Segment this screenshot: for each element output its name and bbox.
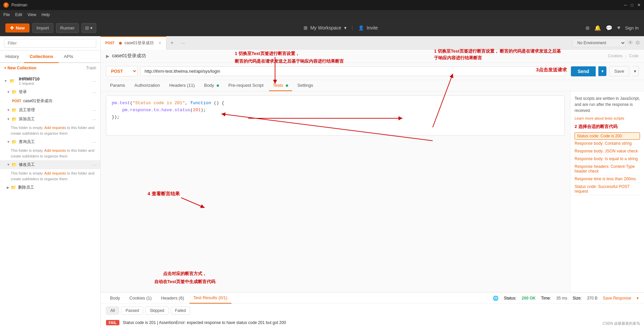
tab-more-button[interactable]: ··· bbox=[177, 40, 188, 46]
tab-apis[interactable]: APIs bbox=[59, 51, 78, 63]
menu-edit[interactable]: Edit bbox=[15, 12, 22, 17]
menu-view[interactable]: View bbox=[28, 12, 36, 17]
runner-button[interactable]: Runner bbox=[56, 23, 79, 33]
folder-chaxun[interactable]: ▼ 📁 查询员工 ··· bbox=[0, 137, 100, 146]
new-button[interactable]: ✚ New bbox=[5, 23, 30, 32]
new-collection-button[interactable]: + New Collection bbox=[4, 66, 36, 70]
save-button[interactable]: Save bbox=[609, 66, 629, 76]
tab-close-icon[interactable]: ✕ bbox=[158, 41, 161, 45]
minimize-button[interactable]: ─ bbox=[624, 3, 627, 7]
tab-method-badge: POST bbox=[105, 41, 114, 45]
resp-tab-headers[interactable]: Headers (6) bbox=[157, 293, 188, 303]
folder-tianjia[interactable]: ▼ 📁 添加员工 ··· bbox=[0, 115, 100, 124]
snippet-body-json[interactable]: Response body: JSON value check bbox=[575, 147, 640, 155]
tab-dot bbox=[119, 42, 122, 45]
send-arrow-button[interactable]: ▾ bbox=[598, 66, 606, 76]
filter-input[interactable] bbox=[4, 39, 96, 48]
folder-xiugai-label: 修改员工 bbox=[19, 162, 35, 168]
tab-headers[interactable]: Headers (11) bbox=[165, 80, 199, 91]
tab-body[interactable]: Body bbox=[200, 80, 223, 91]
invite-icon: 👤 bbox=[358, 25, 364, 30]
expand-icon[interactable]: ▶ bbox=[106, 54, 109, 59]
environment-select[interactable]: No Environment bbox=[572, 39, 626, 47]
send-button[interactable]: Send bbox=[571, 66, 596, 76]
tab-prerequest[interactable]: Pre-request Script bbox=[224, 80, 268, 91]
menu-help[interactable]: Help bbox=[42, 12, 50, 17]
maximize-button[interactable]: □ bbox=[631, 3, 633, 7]
response-status-bar: 🌐 Status: 200 OK Time: 35 ms Size: 370 B… bbox=[493, 296, 639, 301]
tab-authorization[interactable]: Authorization bbox=[130, 80, 164, 91]
snippet-post-request[interactable]: Status code: Successful POST request bbox=[575, 183, 640, 195]
cookies-label[interactable]: Cookies bbox=[608, 54, 623, 58]
bell-icon[interactable]: 🔔 bbox=[594, 25, 601, 31]
snippet-response-time[interactable]: Response time is less than 200ms bbox=[575, 175, 640, 183]
split-panel: pm.test("Status code is 201", function (… bbox=[101, 91, 644, 292]
code-label[interactable]: Code bbox=[629, 54, 639, 58]
request-case01[interactable]: POST case01登录成功 bbox=[0, 96, 100, 106]
folder-shanchu[interactable]: ▶ 📁 删除员工 bbox=[0, 183, 100, 192]
url-input[interactable] bbox=[140, 66, 566, 76]
editor-panel: pm.test("Status code is 201", function (… bbox=[101, 91, 570, 292]
filter-skipped[interactable]: Skipped bbox=[145, 307, 168, 315]
folder-more-icon[interactable]: ··· bbox=[92, 162, 96, 168]
snippet-body-equal[interactable]: Response body: Is equal to a string bbox=[575, 155, 640, 163]
tab-bar: POST case01登录成功 ✕ + ··· No Environment 👁… bbox=[101, 36, 644, 50]
tab-params[interactable]: Params bbox=[106, 80, 129, 91]
add-requests-link2[interactable]: Add requests bbox=[44, 148, 66, 152]
main-layout: History Collections APIs + New Collectio… bbox=[0, 36, 644, 328]
folder-more-icon[interactable]: ··· bbox=[92, 139, 96, 145]
learn-more-link[interactable]: Learn more about tests scripts bbox=[575, 116, 640, 120]
snippet-header-content-type[interactable]: Response headers: Content-Type header ch… bbox=[575, 163, 640, 175]
app-icon: P bbox=[3, 2, 9, 8]
tab-tests[interactable]: Tests bbox=[269, 80, 292, 91]
folder-icon: 📁 bbox=[11, 162, 17, 167]
method-select[interactable]: POST GET PUT DELETE bbox=[106, 66, 138, 76]
add-requests-link3[interactable]: Add requests bbox=[44, 171, 66, 175]
save-arrow-button[interactable]: ▾ bbox=[632, 66, 639, 76]
resp-tab-cookies[interactable]: Cookies (1) bbox=[125, 293, 156, 303]
tab-label: case01登录成功 bbox=[124, 40, 154, 46]
tab-history[interactable]: History bbox=[0, 51, 24, 63]
settings-icon[interactable]: ⚙ bbox=[635, 40, 640, 46]
save-response-arrow[interactable]: ▾ bbox=[637, 296, 639, 301]
save-response-button[interactable]: Save Response bbox=[603, 296, 631, 301]
collection-more-icon[interactable]: ··· bbox=[92, 78, 96, 84]
resp-tab-body[interactable]: Body bbox=[106, 293, 124, 303]
collection-ihrm0710[interactable]: ▼ 📁 IHRM0710 1 request ··· bbox=[0, 74, 100, 87]
tab-collections[interactable]: Collections bbox=[24, 51, 58, 63]
filter-passed[interactable]: Passed bbox=[121, 307, 143, 315]
filter-all[interactable]: All bbox=[106, 307, 119, 315]
folder-more-icon[interactable]: ··· bbox=[92, 108, 96, 113]
collection-icon: 📁 bbox=[9, 78, 15, 83]
menu-file[interactable]: File bbox=[3, 12, 10, 17]
heart-icon[interactable]: ♥ bbox=[617, 25, 621, 31]
invite-label[interactable]: Invite bbox=[367, 25, 378, 30]
snippet-status-200[interactable]: Status code: Code is 200 bbox=[575, 132, 640, 140]
add-requests-link[interactable]: Add requests bbox=[44, 126, 66, 130]
eye-icon[interactable]: 👁 bbox=[628, 40, 633, 46]
fail-row: FAIL Status code is 201 | AssertionError… bbox=[101, 317, 644, 328]
layout-button[interactable]: ⊟ ▾ bbox=[82, 23, 96, 33]
toolbar-center: ⊞ My Workspace ▾ | 👤 Invite bbox=[304, 25, 378, 30]
import-button[interactable]: Import bbox=[32, 23, 53, 33]
folder-more-icon[interactable]: ··· bbox=[92, 117, 96, 122]
code-editor[interactable]: pm.test("Status code is 201", function (… bbox=[106, 95, 565, 136]
filter-failed[interactable]: Failed bbox=[171, 307, 191, 315]
signin-button[interactable]: Sign In bbox=[625, 25, 639, 30]
tab-add-button[interactable]: + bbox=[166, 40, 177, 46]
folder-xiugai[interactable]: ▼ 📁 修改员工 ··· bbox=[0, 160, 100, 169]
snippet-body-contains[interactable]: Response body: Contains string bbox=[575, 140, 640, 147]
close-button[interactable]: ✕ bbox=[637, 3, 641, 7]
workspace-label[interactable]: My Workspace bbox=[310, 25, 341, 30]
request-title: case01登录成功 bbox=[112, 53, 146, 59]
tab-settings[interactable]: Settings bbox=[293, 80, 317, 91]
resp-tab-results[interactable]: Test Results (0/1) bbox=[190, 292, 231, 304]
folder-denglu[interactable]: ▼ 📁 登录 ··· bbox=[0, 87, 100, 96]
chevron-right-icon: ▼ bbox=[7, 90, 10, 94]
chat-icon[interactable]: 💬 bbox=[606, 25, 612, 31]
workspace-chevron[interactable]: ▾ bbox=[344, 25, 346, 30]
folder-yuangong[interactable]: ▼ 📁 员工管理 ··· bbox=[0, 106, 100, 115]
folder-more-icon[interactable]: ··· bbox=[92, 89, 96, 95]
tab-case01[interactable]: POST case01登录成功 ✕ bbox=[101, 36, 166, 50]
trash-button[interactable]: Trash bbox=[86, 66, 96, 70]
